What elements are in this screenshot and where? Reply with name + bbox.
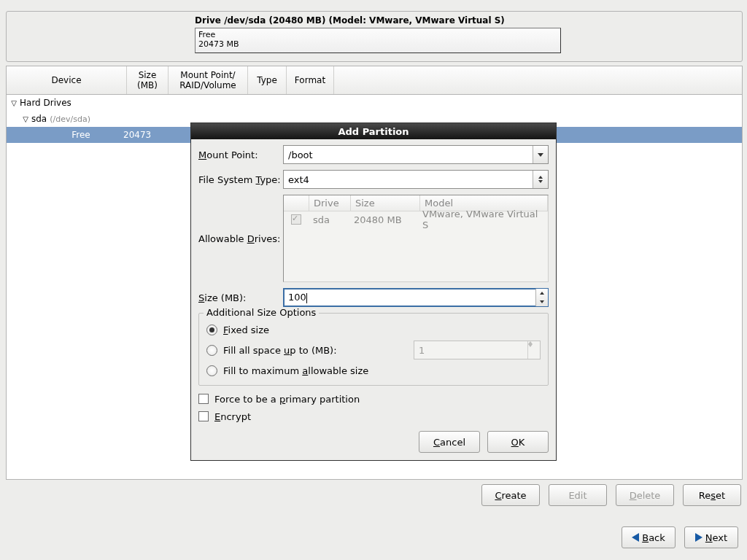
dropdown-button[interactable] — [533, 146, 548, 163]
force-primary-label: Force to be a primary partition — [214, 394, 360, 405]
dialog-title: Add Partition — [191, 123, 556, 139]
delete-button: Delete — [616, 484, 674, 506]
size-label: Size (MB): — [198, 292, 283, 303]
free-size: 20473 — [123, 130, 155, 140]
size-value[interactable]: 100 — [284, 292, 535, 303]
checkbox-encrypt[interactable] — [198, 411, 209, 421]
opt-upto-row[interactable]: Fill all space up to (MB): 1 — [206, 340, 541, 360]
back-button[interactable]: Back — [622, 526, 676, 548]
additional-size-options: Additional Size Options Fixed size Fill … — [198, 313, 549, 386]
allowable-drives-label: Allowable Drives: — [198, 233, 283, 244]
drive-free-label: Free — [198, 30, 557, 39]
expander-icon[interactable]: ▽ — [21, 115, 30, 123]
chevron-up-icon — [538, 176, 543, 179]
additional-size-legend: Additional Size Options — [204, 307, 319, 318]
partition-action-bar: Create Edit Delete Reset — [6, 484, 744, 509]
cancel-button[interactable]: Cancel — [419, 431, 480, 453]
chevron-up-icon — [540, 292, 544, 295]
fs-type-combo[interactable]: ext4 — [283, 170, 549, 189]
size-spinner[interactable]: 100 — [283, 288, 549, 307]
tree-row-hard-drives[interactable]: ▽ Hard Drives — [7, 95, 742, 111]
drives-col-size: Size — [351, 195, 420, 211]
drives-row-model: VMware, VMware Virtual S — [418, 209, 548, 230]
mount-point-label: Mount Point: — [198, 149, 283, 160]
checkbox-checked-disabled-icon — [291, 214, 301, 225]
chevron-down-icon — [538, 153, 543, 157]
arrow-left-icon — [632, 533, 639, 542]
drives-row-size: 20480 MB — [349, 214, 418, 225]
tree-drive-name: sda — [31, 114, 47, 124]
drive-summary-title: Drive /dev/sda (20480 MB) (Model: VMware… — [195, 15, 505, 26]
encrypt-row[interactable]: Encrypt — [198, 408, 549, 425]
upto-spinner: 1 — [414, 341, 541, 359]
col-mount[interactable]: Mount Point/ RAID/Volume — [169, 66, 248, 94]
tree-drive-path: (/dev/sda) — [50, 114, 90, 124]
expander-icon[interactable]: ▽ — [9, 99, 18, 107]
drive-summary-panel: Drive /dev/sda (20480 MB) (Model: VMware… — [6, 11, 743, 62]
arrow-right-icon — [695, 533, 703, 542]
col-format[interactable]: Format — [287, 66, 334, 94]
radio-max[interactable] — [206, 365, 217, 376]
create-button[interactable]: Create — [481, 484, 540, 506]
drives-row: sda 20480 MB VMware, VMware Virtual S — [284, 211, 548, 228]
encrypt-label: Encrypt — [214, 411, 251, 422]
opt-max-label: Fill to maximum allowable size — [223, 365, 368, 376]
edit-button: Edit — [549, 484, 607, 506]
radio-upto[interactable] — [206, 345, 217, 356]
reset-button[interactable]: Reset — [683, 484, 741, 506]
drives-col-drive: Drive — [309, 195, 351, 211]
mount-point-value: /boot — [284, 149, 533, 160]
force-primary-row[interactable]: Force to be a primary partition — [198, 390, 549, 408]
opt-max-row[interactable]: Fill to maximum allowable size — [206, 360, 541, 381]
drives-row-name: sda — [309, 214, 349, 225]
allowable-drives-list: Drive Size Model sda 20480 MB VMware, VM… — [283, 195, 549, 282]
mount-point-combo[interactable]: /boot — [283, 145, 549, 164]
tree-label: Hard Drives — [20, 98, 71, 108]
wizard-nav: Back Next — [622, 526, 738, 548]
free-label: Free — [36, 130, 123, 140]
dropdown-button[interactable] — [533, 171, 548, 188]
upto-value: 1 — [414, 345, 527, 356]
partition-table-header: Device Size (MB) Mount Point/ RAID/Volum… — [7, 66, 742, 95]
checkbox-force-primary[interactable] — [198, 394, 209, 404]
col-size[interactable]: Size (MB) — [127, 66, 169, 94]
drive-free-size: 20473 MB — [198, 39, 557, 49]
opt-fixed-row[interactable]: Fixed size — [206, 319, 541, 340]
ok-button[interactable]: OK — [487, 431, 549, 453]
col-type[interactable]: Type — [248, 66, 287, 94]
spinner-buttons[interactable] — [535, 289, 548, 306]
fs-type-label: File System Type: — [198, 174, 283, 185]
opt-upto-label: Fill all space up to (MB): — [223, 345, 337, 356]
col-device[interactable]: Device — [7, 66, 127, 94]
chevron-down-icon — [528, 344, 533, 347]
drive-free-block[interactable]: Free 20473 MB — [195, 28, 561, 53]
opt-fixed-label: Fixed size — [223, 324, 269, 335]
chevron-down-icon — [540, 300, 544, 303]
add-partition-dialog: Add Partition Mount Point: /boot File Sy… — [190, 122, 557, 461]
next-button[interactable]: Next — [684, 526, 738, 548]
chevron-down-icon — [538, 180, 543, 183]
radio-fixed[interactable] — [206, 324, 217, 335]
fs-type-value: ext4 — [284, 174, 533, 185]
